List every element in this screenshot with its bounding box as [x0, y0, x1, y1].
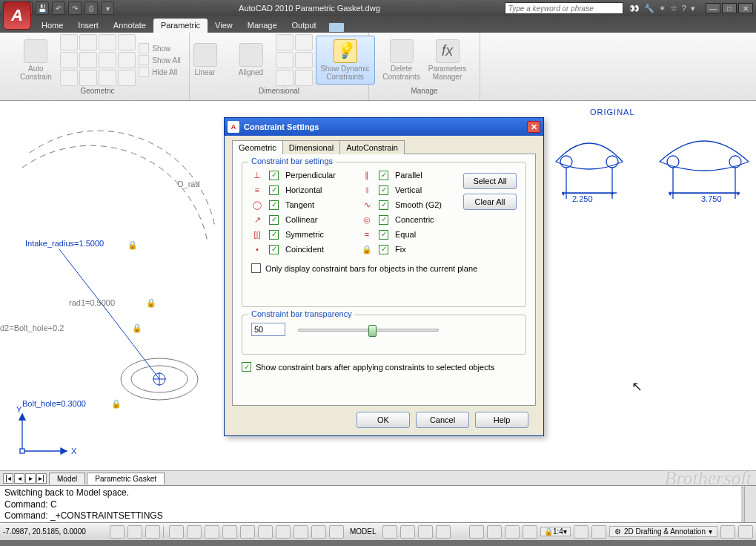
favorites-icon[interactable]: ☆ [670, 4, 677, 13]
aligned-button[interactable]: Aligned [230, 36, 273, 85]
chk-parallel[interactable]: ✓ [379, 171, 388, 180]
sb-cleanscreen-icon[interactable] [738, 525, 753, 539]
nav-last-icon[interactable]: ▸| [36, 473, 47, 484]
hideall-button[interactable]: Hide All [139, 67, 180, 77]
tab-model[interactable]: Model [49, 473, 85, 484]
showall-button[interactable]: Show All [139, 55, 180, 65]
key-icon[interactable]: 🔧 [644, 4, 654, 13]
chk-equal[interactable]: ✓ [379, 230, 388, 240]
workspace-switcher[interactable]: ⚙2D Drafting & Annotation▾ [609, 526, 717, 537]
sb-wheel-icon[interactable] [505, 525, 520, 539]
nav-next-icon[interactable]: ▸ [25, 473, 36, 484]
sb-snap-icon[interactable] [110, 525, 125, 539]
minimize-button[interactable]: — [706, 3, 720, 13]
command-window[interactable]: Switching back to Model space. Command: … [0, 485, 756, 522]
select-all-button[interactable]: Select All [463, 173, 517, 189]
auto-constrain-button[interactable]: Auto Constrain [14, 36, 57, 85]
cmd-grip[interactable] [741, 486, 744, 522]
show-dynamic-constraints-button[interactable]: 💡Show Dynamic Constraints [316, 36, 375, 85]
sb-pan-icon[interactable] [469, 525, 484, 539]
dim-grid[interactable] [276, 34, 313, 86]
sb-annovisibility-icon[interactable] [574, 525, 588, 539]
dropdown-icon[interactable]: ▾ [691, 4, 695, 13]
model-space-toggle[interactable]: MODEL [347, 527, 379, 536]
sb-otrack-icon[interactable] [205, 525, 219, 539]
chk-concentric[interactable]: ✓ [379, 215, 388, 225]
sb-ortho-icon[interactable] [145, 525, 160, 539]
chk-collinear[interactable]: ✓ [269, 215, 279, 225]
sb-btn12-icon[interactable] [311, 525, 326, 539]
tab-home[interactable]: Home [34, 19, 70, 33]
binoculars-icon[interactable]: 👀 [629, 4, 640, 13]
dlg-tab-autoconstrain[interactable]: AutoConstrain [339, 140, 405, 154]
qat-undo-icon[interactable]: ↶ [52, 1, 65, 15]
cancel-button[interactable]: Cancel [416, 412, 469, 428]
dialog-close-button[interactable]: ✕ [527, 121, 540, 133]
tab-insert[interactable]: Insert [70, 19, 106, 33]
sb-btn16-icon[interactable] [418, 525, 433, 539]
sb-btn15-icon[interactable] [400, 525, 415, 539]
chk-show-after-apply[interactable]: ✓ [242, 362, 251, 372]
chk-symmetric[interactable]: ✓ [269, 230, 279, 240]
lbl-equal: Equal [395, 230, 466, 239]
linear-button[interactable]: Linear [184, 36, 227, 85]
mail-icon[interactable] [328, 22, 345, 33]
sb-btn13-icon[interactable] [329, 525, 344, 539]
chk-only-current-plane[interactable]: ✓ [251, 263, 261, 273]
panel-title-geometric: Geometric [10, 86, 185, 97]
comm-icon[interactable]: ✶ [659, 4, 666, 13]
transparency-input[interactable] [251, 323, 285, 336]
ok-button[interactable]: OK [357, 412, 410, 428]
dlg-tab-geometric[interactable]: Geometric [232, 140, 283, 154]
help-button[interactable]: Help [475, 412, 528, 428]
qat-print-icon[interactable]: ⎙ [84, 1, 98, 15]
sb-grid-icon[interactable] [127, 525, 142, 539]
sb-qp-icon[interactable] [276, 525, 291, 539]
chk-perpendicular[interactable]: ✓ [269, 171, 279, 180]
qat-dropdown-icon[interactable]: ▾ [101, 1, 114, 15]
maximize-button[interactable]: □ [722, 3, 737, 13]
nav-first-icon[interactable]: |◂ [3, 473, 13, 484]
sb-ducs-icon[interactable] [222, 525, 237, 539]
transparency-slider[interactable] [298, 329, 439, 332]
tab-output[interactable]: Output [285, 19, 324, 33]
clear-all-button[interactable]: Clear All [463, 194, 517, 210]
chk-vertical[interactable]: ✓ [379, 185, 388, 195]
nav-prev-icon[interactable]: ◂ [14, 473, 24, 484]
sb-annoauto-icon[interactable] [591, 525, 606, 539]
geometric-constraints-grid[interactable] [60, 34, 136, 86]
chk-tangent[interactable]: ✓ [269, 200, 279, 210]
close-button[interactable]: ✕ [738, 3, 753, 13]
delete-constraints-button[interactable]: Delete Constraints [380, 36, 423, 85]
help-icon[interactable]: ? [682, 4, 686, 13]
tab-layout[interactable]: Parametric Gasket [87, 473, 165, 484]
app-menu-button[interactable]: A [3, 1, 31, 30]
sb-polar-icon[interactable] [169, 525, 184, 539]
chk-smooth[interactable]: ✓ [379, 200, 388, 210]
qat-save-icon[interactable]: 💾 [36, 1, 49, 15]
parameters-manager-button[interactable]: fxParameters Manager [426, 36, 469, 85]
sb-osnap-icon[interactable] [187, 525, 202, 539]
sb-dyn-icon[interactable] [240, 525, 255, 539]
annotation-scale[interactable]: 🔒1:4▾ [540, 527, 571, 536]
sb-btn14-icon[interactable] [382, 525, 397, 539]
show-button[interactable]: Show [139, 43, 180, 53]
chk-fix[interactable]: ✓ [379, 245, 388, 254]
tab-view[interactable]: View [208, 19, 240, 33]
tab-annotate[interactable]: Annotate [106, 19, 153, 33]
cmd-scrollbar[interactable] [744, 486, 756, 522]
help-search-input[interactable] [505, 2, 623, 14]
sb-btn11-icon[interactable] [294, 525, 308, 539]
sb-lw-icon[interactable] [258, 525, 273, 539]
dialog-titlebar[interactable]: A Constraint Settings ✕ [225, 118, 543, 136]
dlg-tab-dimensional[interactable]: Dimensional [282, 140, 341, 154]
chk-coincident[interactable]: ✓ [269, 245, 279, 254]
sb-zoom-icon[interactable] [487, 525, 502, 539]
sb-showmotion-icon[interactable] [523, 525, 537, 539]
tab-manage[interactable]: Manage [240, 19, 285, 33]
tab-parametric[interactable]: Parametric [153, 19, 208, 33]
sb-btn17-icon[interactable] [436, 525, 451, 539]
qat-redo-icon[interactable]: ↷ [68, 1, 82, 15]
sb-toolbar-lock-icon[interactable] [720, 525, 735, 539]
chk-horizontal[interactable]: ✓ [269, 185, 279, 195]
